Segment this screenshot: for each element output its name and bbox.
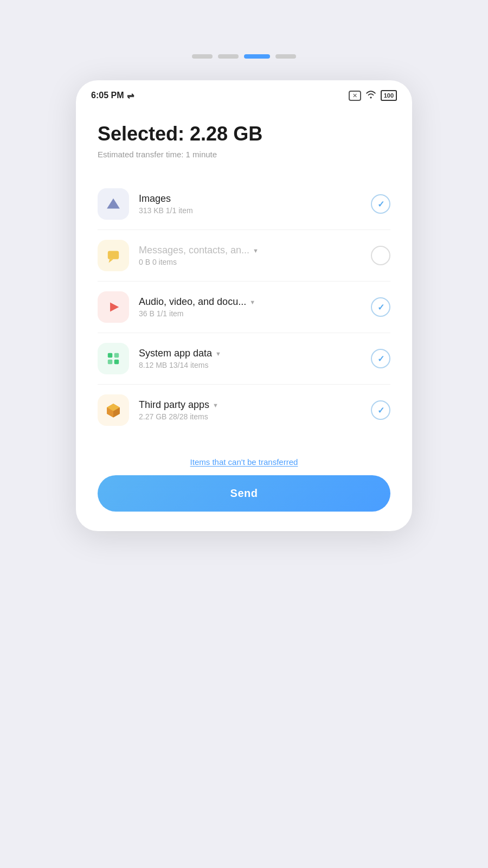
system-meta: 8.12 MB 13/14 items	[139, 361, 371, 369]
page-dot-3[interactable]	[244, 54, 270, 59]
status-icons-group: ✕ 100	[349, 90, 397, 101]
thirdparty-icon-wrapper	[98, 394, 129, 426]
images-name: Images	[139, 193, 371, 205]
svg-rect-1	[108, 251, 119, 259]
status-time: 6:05 PM ⇌	[91, 91, 134, 101]
images-info: Images 313 KB 1/1 item	[139, 193, 371, 215]
system-checkbox[interactable]: ✓	[371, 349, 390, 368]
messages-dropdown-icon: ▼	[253, 247, 259, 254]
content-area: Selected: 2.28 GB Estimated transfer tim…	[76, 106, 412, 446]
thirdparty-checkmark: ✓	[377, 405, 384, 416]
messages-meta: 0 B 0 items	[139, 258, 371, 266]
system-info: System app data ▼ 8.12 MB 13/14 items	[139, 348, 371, 369]
images-icon-wrapper	[98, 188, 129, 220]
svg-rect-4	[108, 353, 113, 358]
svg-rect-5	[114, 353, 119, 358]
messages-name: Messages, contacts, an... ▼	[139, 245, 371, 256]
audio-name: Audio, video, and docu... ▼	[139, 296, 371, 308]
audio-checkbox[interactable]: ✓	[371, 297, 390, 317]
list-item[interactable]: Messages, contacts, an... ▼ 0 B 0 items	[98, 230, 390, 282]
thirdparty-name: Third party apps ▼	[139, 399, 371, 411]
images-meta: 313 KB 1/1 item	[139, 206, 371, 215]
page-dot-1[interactable]	[192, 54, 213, 59]
svg-marker-3	[110, 303, 119, 312]
screen-record-icon: ✕	[349, 91, 361, 101]
status-bar: 6:05 PM ⇌ ✕ 100	[76, 80, 412, 106]
page-indicators	[192, 54, 296, 59]
system-dropdown-icon: ▼	[215, 350, 221, 357]
footer-area: Items that can't be transferred Send	[76, 446, 412, 531]
svg-rect-7	[114, 360, 119, 365]
system-checkmark: ✓	[377, 354, 384, 364]
transfer-status-icon: ⇌	[127, 91, 134, 101]
cant-transfer-link[interactable]: Items that can't be transferred	[190, 457, 298, 467]
list-item[interactable]: System app data ▼ 8.12 MB 13/14 items ✓	[98, 333, 390, 385]
system-icon-wrapper	[98, 343, 129, 374]
messages-info: Messages, contacts, an... ▼ 0 B 0 items	[139, 245, 371, 266]
audio-icon-wrapper	[98, 291, 129, 323]
svg-marker-0	[107, 199, 120, 209]
thirdparty-meta: 2.27 GB 28/28 items	[139, 412, 371, 421]
send-button[interactable]: Send	[98, 475, 390, 512]
audio-info: Audio, video, and docu... ▼ 36 B 1/1 ite…	[139, 296, 371, 318]
time-display: 6:05 PM	[91, 91, 124, 100]
list-item[interactable]: Images 313 KB 1/1 item ✓	[98, 178, 390, 230]
list-item[interactable]: Third party apps ▼ 2.27 GB 28/28 items ✓	[98, 385, 390, 436]
selected-size-title: Selected: 2.28 GB	[98, 123, 390, 145]
page-dot-4[interactable]	[275, 54, 296, 59]
audio-checkmark: ✓	[377, 302, 384, 312]
wifi-icon	[365, 90, 376, 101]
audio-meta: 36 B 1/1 item	[139, 309, 371, 318]
transfer-list: Images 313 KB 1/1 item ✓	[98, 178, 390, 436]
audio-dropdown-icon: ▼	[249, 299, 255, 305]
transfer-time-label: Estimated transfer time: 1 minute	[98, 150, 390, 159]
svg-marker-2	[109, 259, 114, 263]
thirdparty-info: Third party apps ▼ 2.27 GB 28/28 items	[139, 399, 371, 421]
svg-rect-6	[108, 360, 113, 365]
page-dot-2[interactable]	[218, 54, 239, 59]
images-checkmark: ✓	[377, 199, 384, 209]
images-checkbox[interactable]: ✓	[371, 194, 390, 214]
thirdparty-dropdown-icon: ▼	[213, 402, 219, 409]
list-item[interactable]: Audio, video, and docu... ▼ 36 B 1/1 ite…	[98, 282, 390, 333]
system-name: System app data ▼	[139, 348, 371, 359]
phone-frame: 6:05 PM ⇌ ✕ 100 Selected: 2.28 GB Estima…	[76, 80, 412, 531]
battery-icon: 100	[381, 90, 397, 101]
messages-checkbox[interactable]	[371, 246, 390, 265]
thirdparty-checkbox[interactable]: ✓	[371, 400, 390, 420]
messages-icon-wrapper	[98, 240, 129, 271]
